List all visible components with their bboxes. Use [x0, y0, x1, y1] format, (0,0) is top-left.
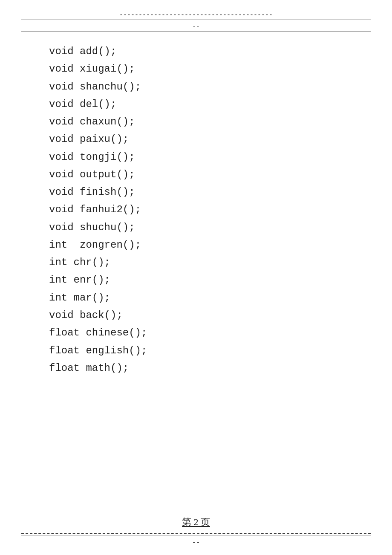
code-line: void tongji(); — [49, 148, 343, 166]
top-solid-line-2 — [21, 32, 371, 32]
code-line: void chaxun(); — [49, 113, 343, 130]
code-area: void add();void xiugai();void shanchu();… — [0, 34, 392, 516]
top-long-dashes: ---------------------------------------- — [119, 12, 273, 18]
bottom-solid-line — [21, 535, 371, 535]
bottom-dashed-line — [21, 533, 371, 534]
code-line: void back(); — [49, 306, 343, 324]
bottom-short-dashes: -- — [192, 539, 200, 546]
code-line: void finish(); — [49, 183, 343, 201]
code-line: float english(); — [49, 342, 343, 359]
page-number: 第 2 页 — [182, 516, 210, 529]
page-container: ----------------------------------------… — [0, 0, 392, 555]
code-line: int zongren(); — [49, 236, 343, 254]
code-line: void paixu(); — [49, 130, 343, 148]
code-line: float chinese(); — [49, 324, 343, 341]
code-line: int enr(); — [49, 271, 343, 289]
code-line: int mar(); — [49, 289, 343, 306]
bottom-separator: -- — [0, 533, 392, 546]
code-line: float math(); — [49, 359, 343, 377]
code-line: void fanhui2(); — [49, 201, 343, 218]
bottom-area: 第 2 页 -- — [0, 516, 392, 555]
code-line: void shanchu(); — [49, 78, 343, 95]
code-line: void xiugai(); — [49, 60, 343, 78]
top-short-dashes: -- — [192, 23, 200, 30]
code-line: void add(); — [49, 43, 343, 60]
code-line: void shuchu(); — [49, 219, 343, 236]
code-line: void del(); — [49, 95, 343, 113]
code-line: void output(); — [49, 166, 343, 183]
top-solid-line — [21, 20, 371, 20]
top-separator: ----------------------------------------… — [0, 0, 392, 34]
code-line: int chr(); — [49, 254, 343, 271]
